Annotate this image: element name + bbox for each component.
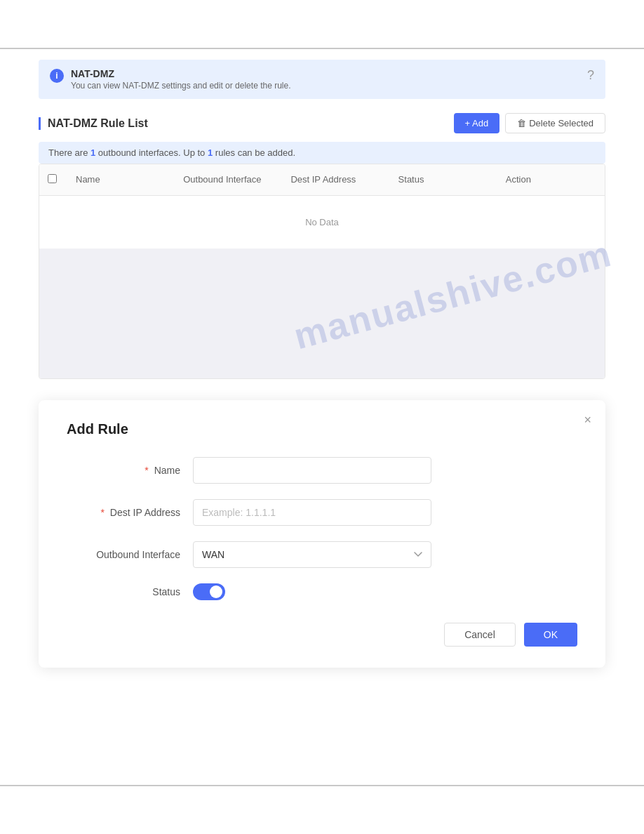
dest-ip-required-star: *	[101, 507, 105, 518]
outbound-count: 1	[90, 147, 95, 158]
banner-title: NAT-DMZ	[71, 68, 580, 79]
toggle-slider	[193, 583, 225, 600]
bottom-divider	[0, 785, 644, 786]
dest-ip-input[interactable]	[193, 499, 431, 526]
no-data-message: No Data	[39, 196, 605, 249]
delete-icon: 🗑	[517, 118, 526, 128]
outbound-interface-select[interactable]: WAN	[193, 541, 431, 568]
outbound-interface-select-wrapper: WAN	[193, 541, 431, 568]
add-rule-modal: Add Rule × * Name * Dest IP Address Outb…	[39, 400, 605, 668]
modal-title: Add Rule	[67, 421, 577, 437]
ok-button[interactable]: OK	[524, 623, 577, 647]
select-all-checkbox[interactable]	[48, 174, 57, 183]
status-toggle[interactable]	[193, 583, 225, 600]
help-icon[interactable]: ?	[587, 68, 594, 83]
notice-bar: There are 1 outbound interfaces. Up to 1…	[39, 142, 605, 164]
status-row: Status	[67, 583, 577, 600]
table-col-checkbox	[39, 171, 67, 188]
header-buttons: + Add 🗑 Delete Selected	[454, 113, 605, 133]
info-banner: i NAT-DMZ You can view NAT-DMZ settings …	[39, 60, 605, 99]
table-col-action: Action	[497, 171, 605, 188]
rule-list-title: NAT-DMZ Rule List	[39, 117, 148, 130]
dest-ip-row: * Dest IP Address	[67, 499, 577, 526]
rule-table: Name Outbound Interface Dest IP Address …	[39, 164, 605, 379]
delete-selected-button[interactable]: 🗑 Delete Selected	[505, 113, 605, 133]
name-required-star: *	[145, 465, 148, 476]
cancel-button[interactable]: Cancel	[444, 623, 516, 647]
table-header: Name Outbound Interface Dest IP Address …	[39, 164, 605, 196]
dest-ip-label: * Dest IP Address	[67, 507, 193, 518]
banner-subtitle: You can view NAT-DMZ settings and edit o…	[71, 81, 580, 91]
status-label: Status	[67, 586, 193, 597]
banner-text: NAT-DMZ You can view NAT-DMZ settings an…	[71, 68, 580, 91]
name-label: * Name	[67, 465, 193, 476]
status-toggle-wrapper	[193, 583, 225, 600]
add-button[interactable]: + Add	[454, 113, 500, 133]
top-divider	[0, 48, 644, 49]
table-col-outbound: Outbound Interface	[175, 171, 282, 188]
modal-close-button[interactable]: ×	[584, 413, 591, 428]
modal-footer: Cancel OK	[67, 623, 577, 647]
outbound-interface-label: Outbound Interface	[67, 549, 193, 560]
table-col-dest-ip: Dest IP Address	[282, 171, 389, 188]
table-gray-section	[39, 249, 605, 378]
modal-area: Add Rule × * Name * Dest IP Address Outb…	[0, 400, 644, 668]
table-col-status: Status	[390, 171, 497, 188]
outbound-interface-row: Outbound Interface WAN	[67, 541, 577, 568]
name-row: * Name	[67, 457, 577, 484]
info-icon: i	[50, 69, 64, 83]
rule-count: 1	[208, 147, 213, 158]
table-col-name: Name	[67, 171, 175, 188]
name-input[interactable]	[193, 457, 431, 484]
rule-list-header: NAT-DMZ Rule List + Add 🗑 Delete Selecte…	[39, 113, 605, 133]
